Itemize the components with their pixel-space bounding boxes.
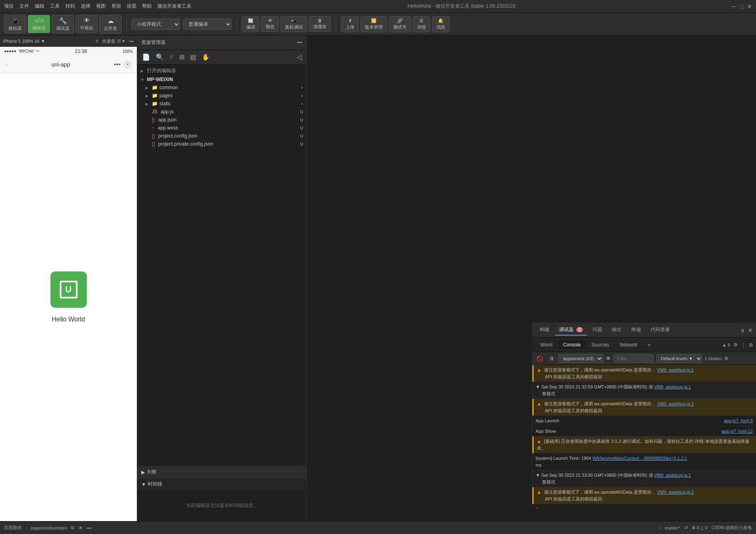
project-config-file[interactable]: ▶ {} project.config.json U: [137, 132, 306, 140]
git-icon[interactable]: ⑂: [168, 53, 175, 62]
tab-terminal[interactable]: 终端: [627, 325, 645, 336]
menu-help[interactable]: 帮助: [142, 3, 152, 10]
sidebar-toggle-icon[interactable]: ◁: [295, 52, 303, 62]
open-editors-section[interactable]: ▶ 打开的编辑器: [137, 66, 306, 75]
eye-console-icon[interactable]: 👁: [605, 355, 611, 362]
menu-devtools[interactable]: 微信开发者工具: [157, 3, 191, 10]
menu-interface[interactable]: 界面: [111, 3, 121, 10]
copy-icon[interactable]: ⧉: [71, 525, 74, 530]
search-file-icon[interactable]: 🔍: [154, 52, 165, 62]
compile-select[interactable]: 普通编译: [183, 19, 232, 30]
console-link[interactable]: VM9_asdebug.js:1: [657, 401, 694, 406]
sync-icon[interactable]: ↺: [684, 525, 688, 530]
settings-filter-icon[interactable]: ⚙: [724, 356, 729, 361]
tab-more[interactable]: »: [643, 340, 655, 349]
simulator-button[interactable]: 📱 模拟器: [4, 15, 26, 33]
app-js-file[interactable]: ▶ JS app.js U: [137, 108, 306, 116]
level-select[interactable]: Default levels ▼: [656, 354, 702, 363]
menu-select[interactable]: 选择: [81, 3, 90, 10]
menu-view[interactable]: 视图: [96, 3, 106, 10]
hand-icon[interactable]: ✋: [200, 52, 212, 62]
menu-goto[interactable]: 转到: [65, 3, 75, 10]
new-file-icon[interactable]: 📄: [140, 52, 152, 62]
more-status-icon[interactable]: •••: [87, 526, 92, 530]
settings-icon[interactable]: ⚙: [733, 342, 738, 348]
split-icon[interactable]: ⊞: [178, 52, 186, 62]
console-link[interactable]: VM9_asdebug.js:1: [657, 490, 694, 494]
editor-button[interactable]: </> 编辑器: [28, 15, 50, 33]
console-entry[interactable]: ▼ Sat Sep 30 2023 21:32:59 GMT+0800 (中国标…: [532, 382, 756, 399]
test-button[interactable]: 🔗 测试号: [389, 16, 411, 32]
preview-button[interactable]: 👁 预览: [261, 16, 279, 32]
console-input[interactable]: [541, 506, 753, 508]
maximize-button[interactable]: □: [740, 3, 743, 10]
console-link[interactable]: VM9_asdebug.js:1: [654, 384, 691, 389]
more-console-icon[interactable]: ⋮: [741, 342, 746, 348]
outline-header[interactable]: ▶ 大纲: [137, 466, 306, 478]
cloud-button[interactable]: ☁ 云开发: [99, 15, 121, 33]
app-json-file[interactable]: ▶ {} app.json U: [137, 116, 306, 124]
minimize-button[interactable]: ─: [732, 3, 736, 10]
console-link[interactable]: app.js?_[sm]:9: [724, 417, 753, 424]
cache-button[interactable]: 🗑 清缓存: [309, 16, 331, 32]
console-link[interactable]: WAServiceMainContext…080698929&v=3.1.2:1: [593, 456, 687, 461]
menu-edit[interactable]: 编辑: [35, 3, 44, 10]
project-private-config-file[interactable]: ▶ {} project.private.config.json U: [137, 140, 306, 148]
menu-tools[interactable]: 工具: [50, 3, 60, 10]
detail-button[interactable]: ☰ 详情: [413, 16, 430, 32]
back-icon[interactable]: ‹: [6, 61, 8, 68]
tab-build[interactable]: 构建: [536, 325, 553, 336]
tab-output[interactable]: 输出: [608, 325, 626, 336]
close-mini-icon[interactable]: ✕: [124, 61, 131, 68]
mode-select[interactable]: 小程序模式: [132, 19, 180, 30]
upload-button[interactable]: ⬆ 上传: [341, 16, 359, 32]
chevron-up-icon[interactable]: ∧: [741, 327, 745, 334]
tab-wxml[interactable]: Wxml: [536, 340, 557, 349]
console-link[interactable]: VM9_asdebug.js:1: [654, 473, 691, 478]
console-prompt[interactable]: >: [532, 504, 756, 508]
filter-input[interactable]: [614, 354, 654, 363]
timeline-header[interactable]: ▼ 时间线: [137, 478, 306, 490]
overflow-icon[interactable]: •••: [114, 61, 121, 68]
menu-settings[interactable]: 设置: [127, 3, 136, 10]
static-folder[interactable]: ▶ 📁 static ●: [137, 100, 306, 108]
tab-sources[interactable]: Sources: [586, 340, 614, 349]
menu-bar[interactable]: 项目 文件 编辑 工具 转到 选择 视图 界面 设置 帮助 微信开发者工具: [4, 3, 191, 10]
hotreload-label[interactable]: 热重载 开▼: [102, 38, 126, 44]
visual-button[interactable]: 👁 可视化: [75, 15, 98, 33]
more-icon[interactable]: •••: [129, 39, 134, 44]
close-devtools-icon[interactable]: ✕: [748, 327, 753, 334]
project-section[interactable]: ▼ MP-WEIXIN: [137, 75, 306, 83]
window-controls[interactable]: ─ □ ✕: [732, 3, 752, 10]
tab-issues[interactable]: 问题: [588, 325, 606, 336]
console-link[interactable]: VM9_asdebug.js:1: [657, 367, 694, 372]
pause-icon[interactable]: ⏸: [547, 355, 556, 363]
menu-file[interactable]: 文件: [19, 3, 29, 10]
dock-icon[interactable]: ⧉: [749, 342, 753, 348]
menu-project[interactable]: 项目: [4, 3, 14, 10]
explorer-header: 资源管理器 •••: [137, 35, 306, 50]
tab-console[interactable]: Console: [558, 340, 586, 349]
app-wxss-file[interactable]: ▶ ~ app.wxss U: [137, 124, 306, 132]
tab-debugger[interactable]: 调试器 6: [555, 325, 587, 336]
refresh-sim-icon[interactable]: ↻: [95, 39, 99, 44]
simulator-label: 模拟器: [8, 25, 22, 31]
collapse-icon[interactable]: ▤: [188, 52, 198, 62]
console-text: [system] Launch Time: 1904: [536, 456, 593, 461]
pages-folder[interactable]: ▶ 📁 pages ●: [137, 92, 306, 100]
console-link[interactable]: app.js?_[sm]:12: [721, 428, 753, 435]
real-device-button[interactable]: 📲 真机调试: [281, 16, 307, 32]
version-button[interactable]: 🔀 版本管理: [360, 16, 387, 32]
message-button[interactable]: 🔔 消息: [432, 16, 450, 32]
eye-status-icon[interactable]: 👁: [78, 526, 83, 530]
console-entry[interactable]: ▼ Sat Sep 30 2023 21:33:00 GMT+0800 (中国标…: [532, 470, 756, 487]
common-folder[interactable]: ▶ 📁 common ●: [137, 83, 306, 92]
tab-quality[interactable]: 代码质量: [647, 325, 674, 336]
clear-console-icon[interactable]: 🚫: [535, 355, 545, 363]
close-button[interactable]: ✕: [747, 3, 752, 10]
compile-button[interactable]: 🔄 编译: [242, 16, 260, 32]
debugger-button[interactable]: 🔧 调试器: [52, 15, 74, 33]
appservice-select[interactable]: appservice (#3): [559, 354, 603, 363]
explorer-more-icon[interactable]: •••: [297, 40, 302, 46]
tab-network[interactable]: Network: [615, 340, 642, 349]
